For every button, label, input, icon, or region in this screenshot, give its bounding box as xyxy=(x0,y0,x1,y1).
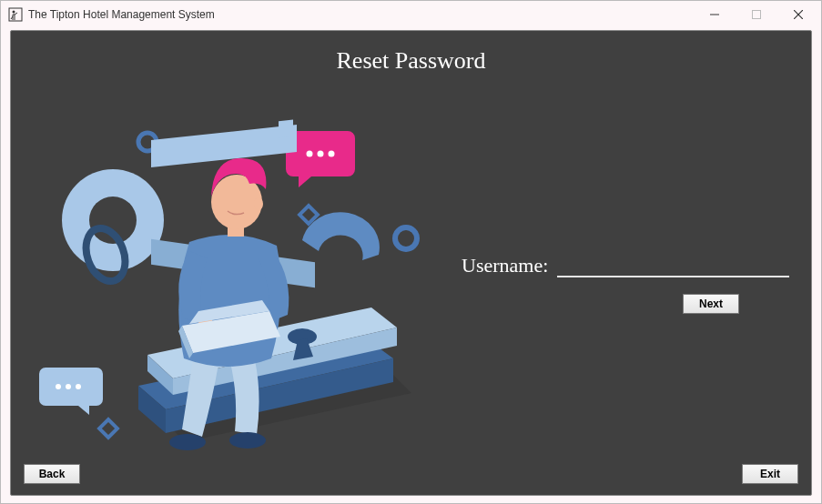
window-titlebar: The Tipton Hotel Management System xyxy=(1,1,821,28)
reset-form: Username: Next xyxy=(462,254,789,314)
svg-point-32 xyxy=(229,432,266,449)
content-panel: Reset Password xyxy=(10,30,812,496)
svg-point-13 xyxy=(56,384,61,389)
svg-rect-18 xyxy=(151,125,297,167)
minimize-button[interactable] xyxy=(694,1,736,28)
illustration-person-padlock xyxy=(29,86,430,459)
svg-point-10 xyxy=(307,151,313,157)
exit-button[interactable]: Exit xyxy=(742,464,798,484)
svg-point-7 xyxy=(395,227,417,249)
svg-point-14 xyxy=(66,384,71,389)
svg-rect-3 xyxy=(753,11,761,19)
maximize-button xyxy=(736,1,777,28)
next-button[interactable]: Next xyxy=(683,294,739,314)
svg-point-31 xyxy=(169,434,206,450)
window-title: The Tipton Hotel Management System xyxy=(28,8,215,21)
svg-point-12 xyxy=(329,151,335,157)
username-label: Username: xyxy=(462,254,548,277)
back-button[interactable]: Back xyxy=(24,464,80,484)
username-input[interactable] xyxy=(557,256,789,277)
svg-point-15 xyxy=(76,384,81,389)
svg-point-11 xyxy=(318,151,324,157)
svg-rect-9 xyxy=(99,419,117,438)
svg-rect-19 xyxy=(279,120,293,138)
close-button[interactable] xyxy=(777,1,819,28)
page-title: Reset Password xyxy=(11,47,811,75)
svg-point-1 xyxy=(13,11,15,14)
app-icon xyxy=(8,7,23,22)
window-controls xyxy=(694,1,819,28)
svg-point-37 xyxy=(254,197,263,210)
